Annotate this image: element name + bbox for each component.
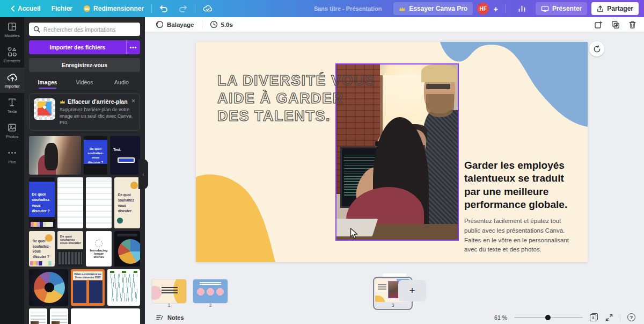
try-pro-button[interactable]: Essayer Canva Pro [393,2,473,15]
fullscreen-button[interactable] [605,314,613,321]
upload-thumbnail-office-photo[interactable] [29,136,81,175]
upload-thumbnail-doc-list[interactable] [86,177,112,228]
search-box[interactable] [29,23,140,36]
tab-audio[interactable]: Audio [103,76,140,89]
duration-label: 5.0s [221,21,233,28]
slide-page[interactable]: LA DIVERSITÉ VOUS AIDE À GARDER DES TALE… [196,42,588,262]
undo-button[interactable] [154,0,173,17]
upload-thumbnail-ecommerce-infographic[interactable]: Bilan e-commerce au 2ème trimestre 2022 [71,269,105,306]
delete-page-button[interactable] [628,20,636,29]
tab-images[interactable]: Images [29,76,66,89]
transition-label: Balayage [167,21,194,28]
status-bar: Notes 61 % 3 ? [145,311,644,324]
upload-thumbnail-phone-dark[interactable]: Test. [110,136,140,175]
upload-thumbnail-news[interactable] [29,308,47,324]
refresh-icon [593,45,601,53]
sidebar-item-modeles[interactable]: Modèles [0,17,24,42]
sidebar-item-photos[interactable]: Photos [0,118,24,143]
sidebar-item-importer[interactable]: Importer [0,68,24,93]
slide-title[interactable]: LA DIVERSITÉ VOUS AIDE À GARDER DES TALE… [217,72,378,125]
sidebar-item-texte[interactable]: Texte [0,93,24,118]
duplicate-page-button[interactable] [611,20,620,29]
save-status-button[interactable] [197,0,218,17]
record-yourself-button[interactable]: Enregistrez-vous [29,58,140,72]
slide-title-line: LA DIVERSITÉ VOUS [217,72,378,90]
duration-button[interactable]: 5.0s [207,20,236,28]
upload-thumbnail-phone-blue-swatches[interactable]: De quoi souhaitez- vous discuter ? [29,177,55,228]
slide-heading[interactable]: Garder les employés talentueux se tradui… [464,159,577,211]
add-page-button[interactable] [594,20,603,29]
thumb-text: De quoi souhaitez-vous discuter ? [87,147,104,165]
slide-thumbnail-1[interactable] [152,279,186,303]
close-icon[interactable]: × [131,97,135,105]
background-remover-thumbnail [34,98,55,120]
presentation-icon [541,5,549,12]
search-icon [33,26,40,33]
slide-thumbnail-2[interactable] [193,279,228,303]
slide-number: 1 [152,303,186,308]
shuffle-style-button[interactable] [589,41,604,56]
upload-thumbnail-stories[interactable]: Introducing longer stories [86,231,112,267]
file-label: Fichier [52,5,72,12]
tab-videos[interactable]: Vidéos [66,76,103,89]
thumb-text: De quoi souhaitez vous discuter [60,235,83,244]
upload-thumbnail-doc-list[interactable] [57,177,83,228]
upload-thumbnail-news[interactable] [50,308,68,324]
redo-button[interactable] [173,0,193,17]
upload-thumbnail-keyboard[interactable]: De quoi souhaitez vous discuter [57,231,83,267]
resize-button[interactable]: Redimensionner [78,0,149,17]
upload-thumbnail-cream-design-2[interactable]: De quoi souhaitez-vous discuter ? [29,231,55,267]
zoom-slider-knob[interactable] [545,315,551,320]
document-title[interactable]: Sans titre - Présentation [314,5,382,12]
share-icon [597,5,604,12]
notes-button[interactable]: Notes [156,314,184,321]
mini-yellow-blob [375,296,385,302]
thumb-text-lines [162,286,178,293]
present-button[interactable]: Présenter [536,2,587,15]
transition-button[interactable]: Balayage [152,20,197,28]
upload-thumbnail-pie-chart[interactable] [29,269,68,306]
file-menu[interactable]: Fichier [46,0,78,17]
upload-thumbnail-dark-infographic[interactable] [114,231,140,267]
zoom-slider[interactable] [514,314,583,321]
insights-button[interactable] [513,0,531,17]
search-input[interactable] [43,26,136,33]
thumb-text: De quoi souhaitez vous discuter [118,192,137,213]
sidebar-item-plus[interactable]: Plus [0,143,24,169]
page-toolbar: Balayage 5.0s [145,17,644,32]
upload-thumbnail-phone-blue[interactable]: De quoi souhaitez-vous discuter ? [84,136,107,175]
divider [620,314,620,321]
thumb-text: Bilan e-commerce au 2ème trimestre 2022 [73,271,103,280]
status-bar-right: 61 % 3 ? [494,313,635,322]
upload-thumbnail-eu-doc[interactable] [71,308,140,324]
home-button[interactable]: Accueil [5,0,46,17]
panel-collapse-handle[interactable]: ‹ [138,159,148,189]
upload-cloud-icon [7,73,18,82]
bar-chart-icon [518,5,526,12]
upload-thumbnail-line-chart[interactable] [107,269,140,306]
uploads-row: De quoi souhaitez-vous discuter ? Test. [29,136,140,175]
share-button[interactable]: Partager [591,2,639,15]
page-count: 3 [590,314,596,321]
canvas-area[interactable]: LA DIVERSITÉ VOUS AIDE À GARDER DES TALE… [145,32,644,277]
add-member-button[interactable]: + [493,4,498,13]
add-slide-button[interactable]: + [398,280,426,301]
help-button[interactable]: ? [627,313,635,321]
sidebar-item-elements[interactable]: Éléments [0,42,24,68]
thumb-text: De quoi souhaitez-vous discuter ? [33,239,52,260]
rail-label: Importer [5,84,20,89]
uploads-row: De quoi souhaitez- vous discuter ? De qu… [29,177,140,228]
slide-body-text[interactable]: Présentez facilement et épatez tout publ… [464,217,572,255]
background-remover-card[interactable]: Effaceur d'arrière-plan Supprimez l'arri… [29,93,140,131]
upload-files-button[interactable]: Importer des fichiers ••• [29,40,140,54]
upload-more-button[interactable]: ••• [126,40,140,54]
upload-thumbnail-cream-design[interactable]: De quoi souhaitez vous discuter [114,177,140,228]
uploads-row: Bilan e-commerce au 2ème trimestre 2022 [29,269,140,306]
clock-icon [210,20,218,28]
avatar[interactable]: HF [477,3,489,15]
grid-view-button[interactable]: 3 [590,313,598,322]
promo-title-row: Effaceur d'arrière-plan [60,98,135,105]
media-tabs: Images Vidéos Audio [29,76,140,89]
undo-icon [159,5,168,12]
collapse-chevron-icon: ‹ [142,171,144,177]
